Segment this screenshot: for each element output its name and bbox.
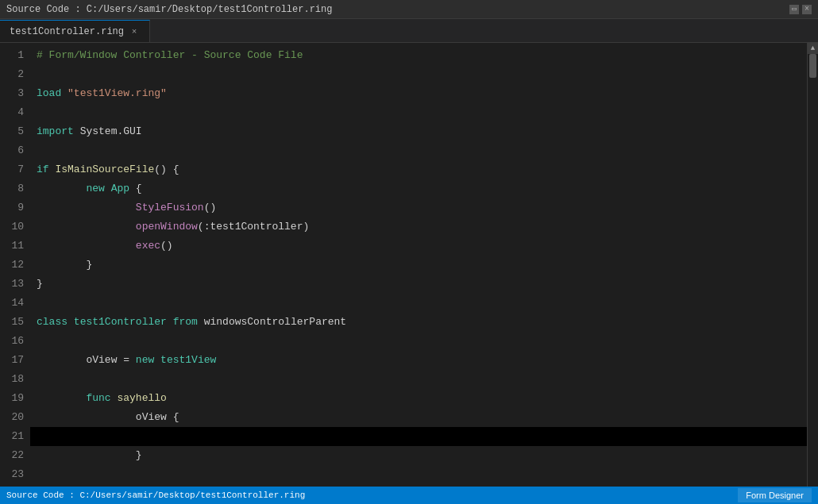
code-line-19: func sayhello bbox=[30, 389, 807, 408]
code-line-6 bbox=[30, 141, 807, 160]
line-num-16: 16 bbox=[3, 332, 24, 351]
line-num-9: 9 bbox=[3, 198, 24, 217]
line-num-2: 2 bbox=[3, 65, 24, 84]
code-line-12: } bbox=[30, 256, 807, 275]
line-num-11: 11 bbox=[3, 237, 24, 256]
scrollbar-thumb[interactable] bbox=[809, 54, 816, 78]
line-num-8: 8 bbox=[3, 179, 24, 198]
code-line-9: StyleFusion() bbox=[30, 198, 807, 217]
status-bar-right: Form Designer bbox=[738, 488, 812, 502]
line-num-6: 6 bbox=[3, 141, 24, 160]
code-line-2 bbox=[30, 65, 807, 84]
code-line-17: oView = new test1View bbox=[30, 351, 807, 370]
code-line-18 bbox=[30, 370, 807, 389]
code-line-7: if IsMainSourceFile() { bbox=[30, 160, 807, 179]
code-container: 1 2 3 4 5 6 7 8 9 10 11 12 13 14 15 16 1… bbox=[0, 43, 818, 487]
line-num-21: 21 bbox=[3, 427, 24, 446]
scrollbar-track[interactable] bbox=[808, 54, 818, 487]
code-line-10: openWindow(:test1Controller) bbox=[30, 217, 807, 237]
line-num-19: 19 bbox=[3, 389, 24, 408]
code-line-13: } bbox=[30, 275, 807, 294]
form-designer-button[interactable]: Form Designer bbox=[738, 488, 812, 502]
code-line-23 bbox=[30, 465, 807, 484]
status-path: Source Code : C:/Users/samir/Desktop/tes… bbox=[6, 491, 305, 500]
title-bar-controls[interactable]: ▭ × bbox=[789, 5, 812, 14]
line-num-13: 13 bbox=[3, 275, 24, 294]
line-num-18: 18 bbox=[3, 370, 24, 389]
line-num-17: 17 bbox=[3, 351, 24, 370]
line-num-1: 1 bbox=[3, 46, 24, 65]
line-num-7: 7 bbox=[3, 160, 24, 179]
window-title: Source Code : C:/Users/samir/Desktop/tes… bbox=[6, 4, 332, 15]
title-bar: Source Code : C:/Users/samir/Desktop/tes… bbox=[0, 0, 818, 19]
code-line-1: # Form/Window Controller - Source Code F… bbox=[30, 46, 807, 65]
line-num-3: 3 bbox=[3, 84, 24, 103]
code-line-15: class test1Controller from windowsContro… bbox=[30, 313, 807, 332]
code-line-14 bbox=[30, 294, 807, 313]
line-numbers: 1 2 3 4 5 6 7 8 9 10 11 12 13 14 15 16 1… bbox=[0, 43, 30, 487]
code-line-22: } bbox=[30, 446, 807, 465]
code-content[interactable]: # Form/Window Controller - Source Code F… bbox=[30, 43, 807, 487]
tab-bar: test1Controller.ring × bbox=[0, 19, 818, 43]
minimize-icon[interactable]: ▭ bbox=[789, 5, 799, 14]
line-num-12: 12 bbox=[3, 256, 24, 275]
line-num-15: 15 bbox=[3, 313, 24, 332]
code-line-3: load "test1View.ring" bbox=[30, 84, 807, 103]
line-num-14: 14 bbox=[3, 294, 24, 313]
tab-label: test1Controller.ring bbox=[10, 26, 124, 37]
scrollbar-up-icon[interactable]: ▲ bbox=[808, 43, 819, 54]
scrollbar-right[interactable]: ▲ bbox=[807, 43, 818, 487]
tab-close-icon[interactable]: × bbox=[129, 26, 140, 37]
code-line-4 bbox=[30, 103, 807, 122]
status-bar: Source Code : C:/Users/samir/Desktop/tes… bbox=[0, 487, 818, 504]
code-line-11: exec() bbox=[30, 237, 807, 256]
line-num-22: 22 bbox=[3, 446, 24, 465]
code-line-16 bbox=[30, 332, 807, 351]
status-bar-left: Source Code : C:/Users/samir/Desktop/tes… bbox=[6, 491, 305, 500]
line-num-23: 23 bbox=[3, 465, 24, 484]
code-line-21 bbox=[30, 427, 807, 446]
close-icon[interactable]: × bbox=[802, 5, 812, 14]
line-num-20: 20 bbox=[3, 408, 24, 427]
tab-test1controller[interactable]: test1Controller.ring × bbox=[0, 20, 150, 42]
line-num-4: 4 bbox=[3, 103, 24, 122]
code-line-5: import System.GUI bbox=[30, 122, 807, 141]
line-num-5: 5 bbox=[3, 122, 24, 141]
code-line-8: new App { bbox=[30, 179, 807, 198]
line-num-10: 10 bbox=[3, 217, 24, 237]
code-line-20: oView { bbox=[30, 408, 807, 427]
